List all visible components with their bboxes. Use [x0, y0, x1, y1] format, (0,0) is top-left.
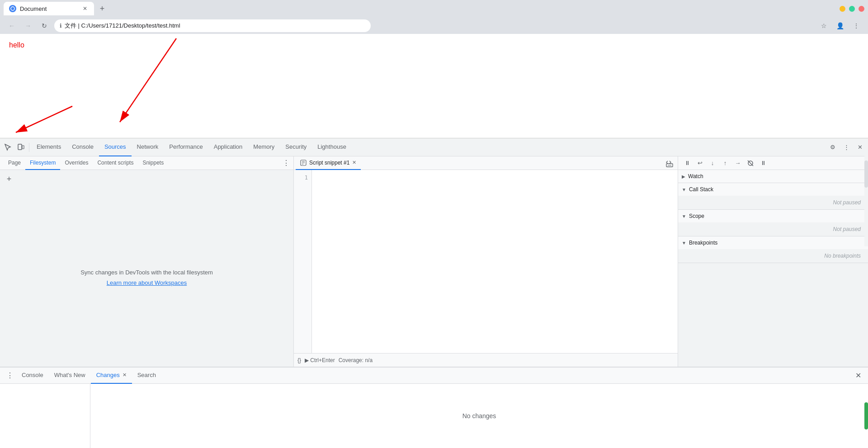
step-out-button[interactable]: ↑ — [720, 158, 731, 169]
drawer-left-panel — [0, 384, 90, 448]
devtools-more-button[interactable]: ⋮ — [840, 141, 853, 154]
watch-section: ▶ Watch — [678, 170, 868, 183]
call-stack-section: ▼ Call Stack Not paused — [678, 183, 868, 210]
breakpoints-header[interactable]: ▼ Breakpoints — [678, 236, 868, 249]
editor-tabs: Script snippet #1 ✕ — [294, 156, 678, 170]
svg-rect-4 — [18, 144, 22, 150]
new-tab-button[interactable]: + — [96, 2, 108, 15]
scope-header[interactable]: ▼ Scope — [678, 210, 868, 222]
tab-lighthouse[interactable]: Lighthouse — [312, 138, 352, 156]
svg-point-0 — [11, 7, 14, 10]
editor-tab-snippet[interactable]: Script snippet #1 ✕ — [296, 156, 361, 170]
devtools-inspect-button[interactable] — [2, 141, 14, 154]
minimize-button[interactable]: – — [840, 6, 845, 12]
devtools-device-button[interactable] — [14, 141, 27, 154]
tab-sources[interactable]: Sources — [99, 138, 132, 156]
tab-console[interactable]: Console — [66, 138, 99, 156]
run-hint: ▶ Ctrl+Enter — [305, 357, 335, 363]
step-over-button[interactable]: ↩ — [694, 158, 705, 169]
learn-more-link[interactable]: Learn more about Workspaces — [107, 279, 187, 286]
url-icon: ℹ — [60, 23, 62, 29]
tab-security[interactable]: Security — [280, 138, 312, 156]
format-braces: {} — [297, 357, 301, 363]
back-button[interactable]: ← — [5, 19, 18, 32]
tab-close-button[interactable]: ✕ — [81, 5, 89, 12]
watch-triangle: ▶ — [682, 174, 685, 179]
tab-network[interactable]: Network — [132, 138, 164, 156]
sidebar-tab-page[interactable]: Page — [4, 156, 25, 170]
breakpoints-section: ▼ Breakpoints No breakpoints — [678, 236, 868, 263]
scroll-indicator — [864, 402, 868, 429]
editor-tab-label: Script snippet #1 — [309, 160, 349, 166]
svg-line-2 — [120, 38, 176, 122]
call-stack-content: Not paused — [678, 196, 868, 209]
call-stack-label: Call Stack — [689, 186, 713, 193]
sidebar-tab-overrides[interactable]: Overrides — [60, 156, 93, 170]
scrollbar-thumb — [864, 160, 868, 188]
format-button[interactable]: {} — [297, 357, 301, 363]
coverage-text: Coverage: n/a — [339, 357, 373, 363]
drawer-tab-search[interactable]: Search — [132, 368, 161, 384]
call-stack-header[interactable]: ▼ Call Stack — [678, 183, 868, 196]
drawer-tab-whats-new[interactable]: What's New — [49, 368, 91, 384]
profile-button[interactable]: 👤 — [834, 19, 846, 32]
sidebar-tab-filesystem[interactable]: Filesystem — [25, 156, 60, 170]
maximize-button[interactable]: □ — [849, 6, 855, 12]
breakpoints-content: No breakpoints — [678, 249, 868, 263]
tab-application[interactable]: Application — [208, 138, 248, 156]
url-text: 文件 | C:/Users/17121/Desktop/test/test.ht… — [65, 22, 180, 30]
devtools-panel: Elements Console Sources Network Perform… — [0, 138, 868, 448]
no-changes-text: No changes — [462, 412, 496, 420]
bookmark-button[interactable]: ☆ — [817, 19, 830, 32]
scope-label: Scope — [689, 213, 704, 219]
sources-panel: Page Filesystem Overrides Content script… — [0, 156, 868, 367]
pause-button[interactable]: ⏸ — [682, 158, 693, 169]
filesystem-message: Sync changes in DevTools with the local … — [80, 269, 213, 276]
pretty-print-button[interactable] — [663, 157, 676, 170]
menu-button[interactable]: ⋮ — [850, 19, 863, 32]
browser-tab[interactable]: Document ✕ — [4, 2, 94, 15]
editor-tab-close[interactable]: ✕ — [352, 160, 356, 165]
snippet-icon — [300, 160, 307, 166]
drawer-main-panel: No changes — [90, 384, 868, 448]
dont-pause-exceptions-button[interactable]: ⏸ — [758, 158, 769, 169]
forward-button[interactable]: → — [22, 19, 34, 32]
tab-performance[interactable]: Performance — [164, 138, 208, 156]
tab-elements[interactable]: Elements — [31, 138, 66, 156]
debugger-scrollbar[interactable] — [864, 156, 868, 246]
breakpoints-triangle: ▼ — [682, 241, 686, 245]
devtools-header: Elements Console Sources Network Perform… — [0, 138, 868, 156]
code-content: 1 — [294, 170, 678, 353]
code-area[interactable] — [312, 170, 678, 353]
drawer-tab-changes[interactable]: Changes ✕ — [91, 368, 132, 384]
debugger-panel: ⏸ ↩ ↓ ↑ → ⏸ ▶ Watch — [678, 156, 868, 367]
drawer-close-button[interactable]: ✕ — [852, 369, 864, 382]
reload-button[interactable]: ↻ — [38, 19, 51, 32]
drawer-tab-console[interactable]: Console — [16, 368, 49, 384]
watch-label: Watch — [688, 173, 703, 179]
drawer-tabs: ⋮ Console What's New Changes ✕ Search ✕ — [0, 368, 868, 384]
browser-right-icons: ☆ 👤 ⋮ — [817, 19, 863, 32]
step-into-button[interactable]: ↓ — [707, 158, 718, 169]
tab-favicon — [9, 5, 16, 12]
sidebar-more-button[interactable]: ⋮ — [283, 159, 290, 167]
sidebar-tab-snippets[interactable]: Snippets — [138, 156, 168, 170]
watch-section-header[interactable]: ▶ Watch — [678, 170, 868, 183]
svg-line-12 — [748, 160, 753, 166]
devtools-close-button[interactable]: ✕ — [854, 141, 866, 154]
devtools-settings-button[interactable]: ⚙ — [826, 141, 839, 154]
deactivate-breakpoints-button[interactable] — [745, 158, 756, 169]
add-folder-button[interactable]: + — [4, 174, 14, 184]
url-bar[interactable]: ℹ 文件 | C:/Users/17121/Desktop/test/test.… — [54, 19, 371, 32]
bottom-drawer: ⋮ Console What's New Changes ✕ Search ✕ … — [0, 367, 868, 448]
tab-memory[interactable]: Memory — [248, 138, 280, 156]
step-button[interactable]: → — [732, 158, 743, 169]
drawer-tab-changes-label: Changes — [96, 372, 120, 378]
drawer-tab-changes-close[interactable]: ✕ — [123, 372, 127, 378]
sources-sidebar: Page Filesystem Overrides Content script… — [0, 156, 294, 367]
svg-rect-5 — [22, 146, 24, 149]
debugger-sections: ▶ Watch ▼ Call Stack Not paused ▼ — [678, 170, 868, 367]
sidebar-tab-content-scripts[interactable]: Content scripts — [93, 156, 138, 170]
close-button[interactable]: ✕ — [859, 6, 864, 12]
drawer-more-button[interactable]: ⋮ — [4, 369, 16, 382]
